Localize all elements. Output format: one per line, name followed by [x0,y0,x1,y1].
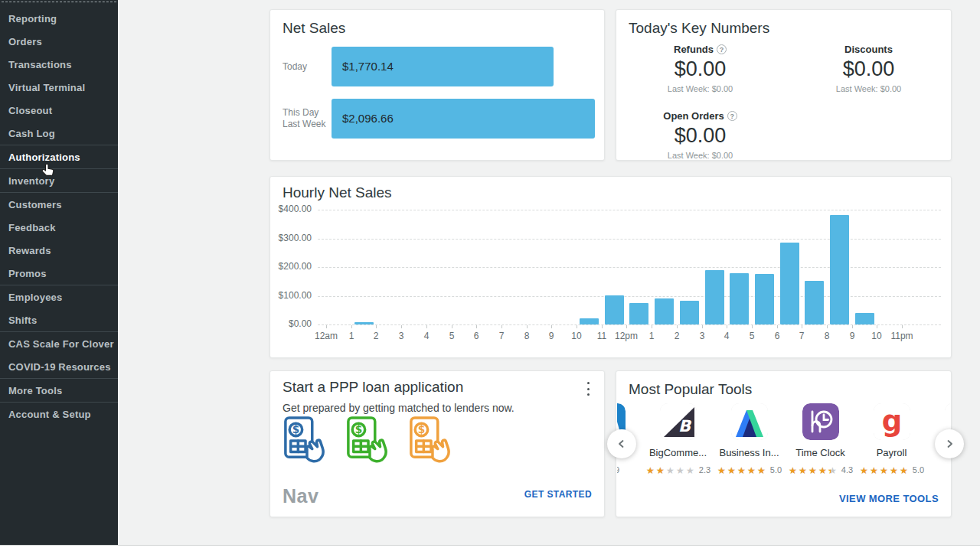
chart-bar [354,322,374,324]
sidebar-item-inventory[interactable]: Inventory [0,169,118,192]
sidebar-item-rewards[interactable]: Rewards [0,239,118,262]
chart-bar [629,303,648,324]
tool-bigcomme[interactable]: BBigComme...★★★★★★★★★★2.3 [642,403,714,477]
sidebar-item-orders[interactable]: Orders [0,30,118,53]
x-axis-tick [702,325,703,328]
chart-bar [755,274,774,324]
chart-bar [605,295,624,324]
sidebar-item-cash-log[interactable]: Cash Log [0,122,118,145]
net-sales-bar: $1,770.14 [332,47,554,86]
sidebar-item-more-tools[interactable]: More Tools [0,379,118,402]
x-axis-tick [827,325,828,328]
chevron-left-icon [617,439,626,448]
sidebar-item-cas-scale-for-clover[interactable]: CAS Scale For Clover [0,332,118,355]
star-icon: ★★ [828,466,838,475]
rating-value: 5.0 [913,465,924,474]
star-icon: ★★ [645,466,655,475]
star-icon: ★★ [737,466,746,475]
net-sales-value: $1,770.14 [332,47,554,86]
sidebar-item-reporting[interactable]: Reporting [0,7,118,30]
hourly-plot: $0.00$100.00$200.00$300.00$400.0012am123… [270,204,952,357]
rating-value: 4.3 [841,465,853,474]
sidebar-item-shifts[interactable]: Shifts [0,308,118,331]
metric-label-text: Refunds [674,44,714,55]
net-sales-title: Net Sales [283,20,345,37]
x-axis-tick [677,325,678,328]
loan-document-icon: $ [281,416,332,466]
mouse-cursor-icon [42,163,55,181]
net-sales-row-label: Today [283,61,307,73]
rating-value: 2.3 [699,465,710,474]
tool-payroll[interactable]: gPayroll★★★★★★★★★★5.0 [856,403,927,477]
help-icon[interactable]: ? [727,111,737,121]
carousel-next-button[interactable] [935,429,964,458]
tool-name: Time Clock [785,447,856,458]
star-icon: ★★ [818,466,828,475]
x-axis-label: 11pm [887,331,917,341]
star-icon: ★★ [717,466,727,475]
get-started-link[interactable]: GET STARTED [524,489,592,500]
rating-value: 2.9 [617,465,619,474]
x-axis-tick [452,325,452,328]
metric-last-week: Last Week: $0.00 [785,84,952,93]
view-more-tools-link[interactable]: VIEW MORE TOOLS [839,493,939,504]
star-rating: ★★★★★★★★★★5.0 [856,463,927,477]
star-icon: ★★ [879,466,889,475]
hourly-net-sales-card: Hourly Net Sales $0.00$100.00$200.00$300… [270,176,952,358]
chart-bar [655,298,674,324]
help-icon[interactable]: ? [717,44,727,54]
tool-name: Business In... [714,447,785,458]
tool-time-clock[interactable]: Time Clock★★★★★★★★★★4.3 [785,403,856,477]
metric-label: Discounts [785,44,952,55]
x-axis-tick [877,325,877,328]
chart-bar [730,273,749,324]
metric-last-week: Last Week: $0.00 [616,151,784,160]
y-axis-label: $0.00 [270,318,312,329]
star-icon: ★★ [727,466,737,475]
metric-label: Refunds? [616,44,784,55]
footer-strip [0,545,980,551]
sidebar-item-covid-19-resources[interactable]: COVID-19 Resources [0,355,118,378]
sidebar-item-feedback[interactable]: Feedback [0,216,118,239]
x-axis-tick [577,325,577,328]
chart-bar [830,215,849,324]
star-icon: ★★ [675,466,685,475]
ppp-documents: $$$ [281,416,457,466]
bigcommerce-icon: B [660,403,697,440]
sidebar-item-customers[interactable]: Customers [0,193,118,216]
x-axis-tick [727,325,727,328]
svg-text:$: $ [292,423,299,435]
chart-bar [680,301,699,324]
x-axis-tick [376,325,377,328]
x-axis-tick [652,325,652,328]
metric-value: $0.00 [616,124,784,148]
ppp-title: Start a PPP loan application [283,379,463,396]
chevron-right-icon [945,439,954,448]
star-icon: ★★ [869,466,879,475]
chart-bar [580,318,599,324]
sidebar-item-authorizations[interactable]: Authorizations [0,145,118,168]
metric-label-text: Open Orders [663,110,724,122]
sidebar: ReportingOrdersTransactionsVirtual Termi… [0,0,118,545]
svg-text:$: $ [355,423,362,435]
ppp-loan-card: Start a PPP loan application Get prepare… [270,370,605,517]
star-rating: ★★★★★★★★★★2.3 [642,463,714,477]
sidebar-item-promos[interactable]: Promos [0,262,118,285]
net-sales-row-label: This Day Last Week [283,107,325,130]
metric-label: Open Orders? [616,110,784,122]
kebab-menu-icon[interactable] [583,382,593,396]
sidebar-item-employees[interactable]: Employees [0,285,118,308]
sidebar-item-transactions[interactable]: Transactions [0,53,118,76]
sidebar-top-dashed-divider [2,2,116,2]
carousel-prev-button[interactable] [607,429,636,458]
sidebar-item-closeout[interactable]: Closeout [0,99,118,122]
sidebar-item-virtual-terminal[interactable]: Virtual Terminal [0,76,118,99]
x-axis-tick [902,325,903,328]
star-icon: ★★ [808,466,818,475]
x-axis-tick [852,325,853,328]
sidebar-item-account-setup[interactable]: Account & Setup [0,403,118,425]
metric-discounts: Discounts$0.00Last Week: $0.00 [785,44,952,93]
tool-business-in[interactable]: Business In...★★★★★★★★★★5.0 [714,403,785,477]
tools-title: Most Popular Tools [629,381,752,398]
x-axis-tick [401,325,402,328]
